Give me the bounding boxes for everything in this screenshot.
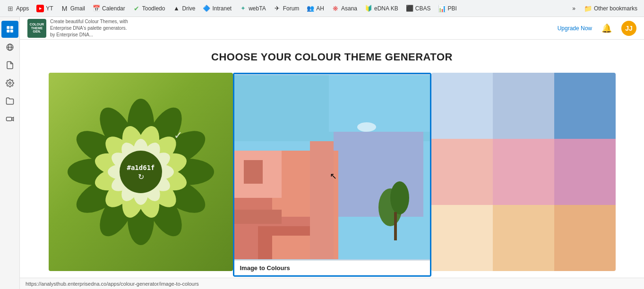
status-url: https://analysthub.enterprisedna.co/apps… xyxy=(26,281,638,287)
webta-favicon: ✦ xyxy=(239,5,247,12)
bookmark-calendar-label: Calendar xyxy=(102,5,125,12)
toodledo-favicon: ✔ xyxy=(133,5,140,12)
svg-rect-0 xyxy=(7,26,9,29)
cbas-favicon: ⬛ xyxy=(406,5,413,12)
more-bookmarks-button[interactable]: » xyxy=(568,4,579,13)
palette-cell-4 xyxy=(493,139,554,205)
bookmark-apps-label: Apps xyxy=(16,5,29,12)
flower-background: #a1d61f ↻ ✓ xyxy=(49,73,233,271)
svg-rect-8 xyxy=(6,117,11,121)
main-content: CHOOSE YOUR COLOUR THEME GENERATOR xyxy=(20,40,644,278)
image-to-colours-card[interactable]: ↖ Image to Colours xyxy=(233,73,431,277)
bookmark-gmail-label: Gmail xyxy=(70,5,85,12)
other-bookmarks[interactable]: 📁 Other bookmarks xyxy=(581,4,640,13)
notification-bell-icon[interactable]: 🔔 xyxy=(601,23,612,34)
scene-svg xyxy=(234,74,430,260)
palette-cell-3 xyxy=(431,139,493,205)
svg-point-46 xyxy=(120,151,162,193)
svg-rect-1 xyxy=(10,26,13,29)
svg-rect-70 xyxy=(329,75,430,132)
app-tagline: Create beautiful Colour Themes, with Ent… xyxy=(50,18,145,38)
bookmark-pbi-label: PBI xyxy=(447,5,456,12)
colours-palette-card[interactable] xyxy=(431,73,616,271)
ah-favicon: 👥 xyxy=(307,5,314,12)
svg-rect-65 xyxy=(234,210,282,224)
sidebar-settings[interactable] xyxy=(1,75,18,92)
bookmark-edna[interactable]: 🔰 eDNA KB xyxy=(362,4,401,13)
bookmark-drive-label: Drive xyxy=(182,5,195,12)
avatar[interactable]: JJ xyxy=(621,21,636,36)
palette-cell-7 xyxy=(493,205,554,271)
sidebar xyxy=(0,17,20,289)
svg-rect-63 xyxy=(310,141,334,259)
palette-cell-2 xyxy=(554,73,616,139)
forum-favicon: ✈ xyxy=(274,5,281,12)
other-bookmarks-label: Other bookmarks xyxy=(594,5,637,12)
content-area: COLOURTHEMEGEN. Create beautiful Colour … xyxy=(20,17,644,289)
svg-point-7 xyxy=(9,82,11,85)
top-nav: COLOURTHEMEGEN. Create beautiful Colour … xyxy=(20,17,644,40)
bookmark-webta[interactable]: ✦ webTA xyxy=(236,4,268,13)
svg-rect-2 xyxy=(7,30,9,33)
logo-box: COLOURTHEMEGEN. xyxy=(27,19,46,38)
svg-text:#a1d61f: #a1d61f xyxy=(127,164,155,171)
bookmark-calendar[interactable]: 📅 Calendar xyxy=(90,4,128,13)
bookmark-ah[interactable]: 👥 AH xyxy=(304,4,327,13)
building-image: ↖ xyxy=(234,74,430,260)
svg-marker-9 xyxy=(11,117,13,121)
flower-svg: #a1d61f ↻ ✓ xyxy=(60,92,221,252)
drive-favicon: ▲ xyxy=(172,5,180,12)
bookmark-asana[interactable]: ❋ Asana xyxy=(329,4,360,13)
bookmark-forum[interactable]: ✈ Forum xyxy=(271,4,302,13)
svg-point-67 xyxy=(390,181,409,214)
bookmark-pbi[interactable]: 📊 PBI xyxy=(435,4,459,13)
apps-favicon: ⊞ xyxy=(7,5,14,12)
edna-favicon: 🔰 xyxy=(365,5,372,12)
bookmark-intranet[interactable]: 🔷 Intranet xyxy=(200,4,234,13)
palette-cell-1 xyxy=(493,73,554,139)
folder-icon: 📁 xyxy=(584,5,592,12)
image-to-colours-label: Image to Colours xyxy=(234,260,430,275)
bookmark-ah-label: AH xyxy=(316,5,324,12)
bookmark-toodledo[interactable]: ✔ Toodledo xyxy=(130,4,168,13)
browser-bookmarks-bar: ⊞ Apps YT M Gmail 📅 Calendar ✔ Toodledo … xyxy=(0,0,644,17)
intranet-favicon: 🔷 xyxy=(203,5,210,12)
bookmark-edna-label: eDNA KB xyxy=(374,5,398,12)
svg-rect-56 xyxy=(334,132,423,217)
palette-cell-0 xyxy=(431,73,493,139)
sidebar-folder[interactable] xyxy=(1,93,18,110)
flower-card[interactable]: #a1d61f ↻ ✓ xyxy=(49,73,233,271)
page-title: CHOOSE YOUR COLOUR THEME GENERATOR xyxy=(35,51,629,63)
svg-text:✓: ✓ xyxy=(174,129,182,141)
bookmark-drive[interactable]: ▲ Drive xyxy=(170,4,198,13)
bookmark-yt[interactable]: YT xyxy=(34,4,56,13)
bookmark-asana-label: Asana xyxy=(341,5,357,12)
palette-cell-6 xyxy=(431,205,493,271)
sidebar-document[interactable] xyxy=(1,57,18,74)
logo-area: COLOURTHEMEGEN. Create beautiful Colour … xyxy=(27,18,145,38)
sidebar-video[interactable] xyxy=(1,110,18,128)
sidebar-globe[interactable] xyxy=(1,39,18,56)
svg-text:↻: ↻ xyxy=(137,173,144,181)
svg-rect-3 xyxy=(10,30,13,33)
sidebar-home[interactable] xyxy=(1,21,18,38)
status-bar: https://analysthub.enterprisedna.co/apps… xyxy=(20,278,644,289)
bookmark-toodledo-label: Toodledo xyxy=(142,5,165,12)
bookmark-apps[interactable]: ⊞ Apps xyxy=(4,4,32,13)
app-container: COLOURTHEMEGEN. Create beautiful Colour … xyxy=(0,17,644,289)
calendar-favicon: 📅 xyxy=(93,5,100,12)
bookmark-cbas[interactable]: ⬛ CBAS xyxy=(403,4,434,13)
palette-cell-8 xyxy=(554,205,616,271)
palette-cell-5 xyxy=(554,139,616,205)
bookmark-intranet-label: Intranet xyxy=(212,5,232,12)
bookmark-yt-label: YT xyxy=(46,5,53,12)
gmail-favicon: M xyxy=(61,5,69,12)
asana-favicon: ❋ xyxy=(332,5,339,12)
bookmark-gmail[interactable]: M Gmail xyxy=(58,4,88,13)
upgrade-button[interactable]: Upgrade Now xyxy=(558,25,592,32)
bookmark-forum-label: Forum xyxy=(283,5,300,12)
svg-rect-69 xyxy=(244,160,263,184)
bookmark-cbas-label: CBAS xyxy=(415,5,431,12)
yt-favicon xyxy=(36,5,44,12)
cards-row: #a1d61f ↻ ✓ xyxy=(35,73,629,277)
